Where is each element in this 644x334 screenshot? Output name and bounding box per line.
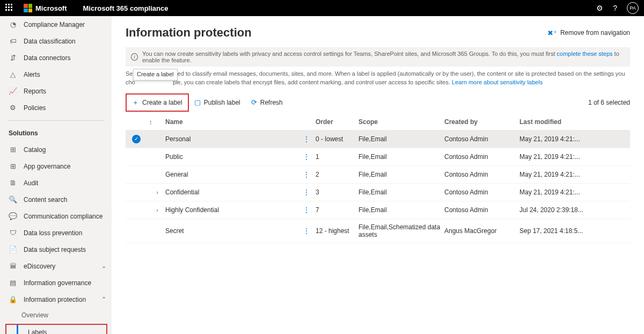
create-label-button[interactable]: ＋ Create a label xyxy=(127,95,188,111)
row-menu-icon[interactable]: ⋮ xyxy=(299,188,316,197)
help-icon[interactable]: ? xyxy=(613,4,617,12)
nav-icon: △ xyxy=(9,70,17,78)
nav-item[interactable]: 🔒Information protection⌃ xyxy=(0,291,112,308)
cell-order: 3 xyxy=(316,188,358,196)
row-menu-icon[interactable]: ⋮ xyxy=(299,170,316,179)
nav-item[interactable]: 🏷Data classification xyxy=(0,33,112,49)
banner-link[interactable]: complete these steps xyxy=(557,50,613,57)
cell-modified: Jul 24, 2020 2:39:18... xyxy=(519,206,628,214)
nav-item[interactable]: 📄Data subject requests xyxy=(0,241,112,258)
learn-more-link[interactable]: Learn more about sensitivity labels xyxy=(452,79,543,85)
info-banner: i You can now create sensitivity labels … xyxy=(126,47,630,67)
nav-item[interactable]: 🛡Data loss prevention xyxy=(0,224,112,241)
nav-item[interactable]: ◔Compliance Manager xyxy=(0,16,112,33)
description: Create a label Ser are used to classify … xyxy=(126,70,630,87)
nav-icon: 🗎 xyxy=(9,179,17,187)
microsoft-logo[interactable]: Microsoft xyxy=(24,4,67,12)
nav-label: Data connectors xyxy=(24,54,70,62)
row-menu-icon[interactable]: ⋮ xyxy=(299,206,316,214)
create-label-tooltip: Create a label xyxy=(133,69,178,81)
remove-from-nav-button[interactable]: ✖⁺ Remove from navigation xyxy=(547,29,630,37)
row-menu-icon[interactable]: ⋮ xyxy=(299,135,316,143)
expand-icon[interactable]: › xyxy=(149,189,165,195)
app-title: Microsoft 365 compliance xyxy=(83,4,169,12)
selection-count: 1 of 6 selected xyxy=(588,99,630,106)
nav-icon: ⊞ xyxy=(9,146,17,154)
col-scope[interactable]: Scope xyxy=(358,118,444,126)
cell-modified: Sep 17, 2021 4:18:5... xyxy=(519,227,628,235)
col-name[interactable]: Name xyxy=(165,118,299,126)
nav-item[interactable]: △Alerts xyxy=(0,66,112,83)
nav-icon: ▤ xyxy=(9,279,17,287)
nav-icon: 🔍 xyxy=(9,195,17,204)
table-row[interactable]: Public ⋮ 1 File,Email Contoso Admin May … xyxy=(126,148,630,166)
nav-label: Data classification xyxy=(24,38,76,45)
cell-order: 2 xyxy=(316,171,358,178)
nav-icon: ◔ xyxy=(9,20,17,28)
cell-name: General xyxy=(165,171,299,178)
row-checkbox[interactable]: ✓ xyxy=(132,135,141,143)
col-order[interactable]: Order xyxy=(316,118,358,126)
sidebar: ◔Compliance Manager🏷Data classification⇵… xyxy=(0,16,112,334)
nav-label: Reports xyxy=(24,88,46,95)
nav-label: Content search xyxy=(24,196,67,204)
nav-item[interactable]: ▤Information governance xyxy=(0,274,112,291)
nav-item[interactable]: ⚙Policies xyxy=(0,99,112,116)
nav-icon: 🏛 xyxy=(9,262,17,270)
col-created[interactable]: Created by xyxy=(444,118,519,126)
cell-modified: May 21, 2019 4:21:... xyxy=(519,153,628,161)
brand-text: Microsoft xyxy=(35,4,67,12)
cell-scope: File,Email,Schematized data assets xyxy=(358,223,444,238)
nav-label: Alerts xyxy=(24,71,40,78)
nav-icon: 🛡 xyxy=(9,229,17,237)
create-label-text: Create a label xyxy=(142,99,182,106)
nav-item[interactable]: 💬Communication compliance xyxy=(0,208,112,224)
nav-item[interactable]: 🔍Content search xyxy=(0,191,112,208)
row-menu-icon[interactable]: ⋮ xyxy=(299,227,316,235)
nav-label: Audit xyxy=(24,179,38,187)
nav-item[interactable]: 🗎Audit xyxy=(0,175,112,191)
nav-sub-item[interactable]: Labels xyxy=(17,325,106,334)
refresh-button[interactable]: ⟳ Refresh xyxy=(246,95,288,110)
cell-modified: May 21, 2019 4:21:... xyxy=(519,135,628,143)
desc-mid1: are used to classify email messages, doc… xyxy=(161,70,625,77)
table-row[interactable]: › Highly Confidential ⋮ 7 File,Email Con… xyxy=(126,201,630,219)
cell-scope: File,Email xyxy=(358,188,444,196)
nav-item[interactable]: 📈Reports xyxy=(0,83,112,99)
gear-icon[interactable]: ⚙ xyxy=(596,4,603,12)
table-header: ↕ Name Order Scope Created by Last modif… xyxy=(126,114,630,130)
unpin-icon: ✖⁺ xyxy=(547,29,557,37)
cell-name: Secret xyxy=(165,227,299,235)
chevron-icon: ⌄ xyxy=(101,263,106,270)
info-icon: i xyxy=(131,53,138,61)
nav-item[interactable]: ⊞App governance xyxy=(0,158,112,175)
nav-item[interactable]: ⇵Data connectors xyxy=(0,49,112,66)
nav-item[interactable]: 🏛eDiscovery⌄ xyxy=(0,258,112,274)
cell-modified: May 21, 2019 4:21:... xyxy=(519,171,628,178)
row-menu-icon[interactable]: ⋮ xyxy=(299,153,316,161)
cell-created: Angus MacGregor xyxy=(444,227,519,235)
labels-table: ↕ Name Order Scope Created by Last modif… xyxy=(126,114,630,243)
app-launcher[interactable] xyxy=(5,4,14,12)
sort-icon[interactable]: ↕ xyxy=(149,119,165,125)
cell-created: Contoso Admin xyxy=(444,135,519,143)
nav-label: Information governance xyxy=(24,279,91,287)
expand-icon[interactable]: › xyxy=(149,207,165,213)
nav-label: App governance xyxy=(24,163,70,170)
nav-icon: 🏷 xyxy=(9,37,17,45)
nav-icon: 🔒 xyxy=(9,295,17,303)
nav-sub-item[interactable]: Overview xyxy=(0,308,112,323)
plus-icon: ＋ xyxy=(132,98,139,107)
chevron-icon: ⌃ xyxy=(101,296,106,303)
col-modified[interactable]: Last modified xyxy=(519,118,628,126)
nav-label: Catalog xyxy=(24,146,46,154)
nav-item[interactable]: ⊞Catalog xyxy=(0,141,112,158)
cell-scope: File,Email xyxy=(358,135,444,143)
publish-label-button[interactable]: ▢ Publish label xyxy=(189,95,246,110)
table-row[interactable]: ✓ Personal ⋮ 0 - lowest File,Email Conto… xyxy=(126,130,630,148)
cell-scope: File,Email xyxy=(358,206,444,214)
table-row[interactable]: Secret ⋮ 12 - highest File,Email,Schemat… xyxy=(126,219,630,243)
avatar[interactable]: PA xyxy=(627,2,639,14)
table-row[interactable]: › Confidential ⋮ 3 File,Email Contoso Ad… xyxy=(126,184,630,201)
table-row[interactable]: General ⋮ 2 File,Email Contoso Admin May… xyxy=(126,166,630,184)
